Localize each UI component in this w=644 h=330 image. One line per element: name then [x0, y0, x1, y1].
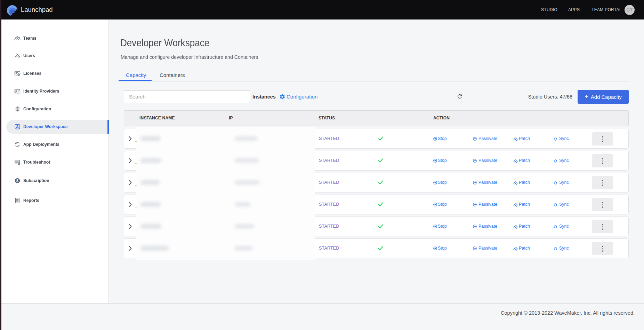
svg-text:$: $: [16, 179, 18, 183]
